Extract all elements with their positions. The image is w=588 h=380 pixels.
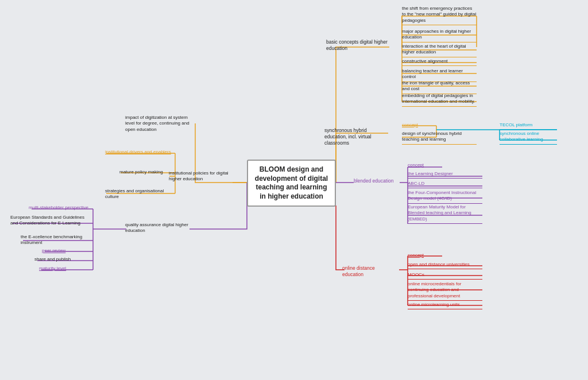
node-learning-designer: the Learning Designer bbox=[408, 171, 482, 179]
node-institutional-drivers: institutional drivers and enablers bbox=[105, 149, 174, 155]
node-sync-concept: concept bbox=[402, 122, 418, 128]
node-synchronous-hybrid: synchronous hybrid education, incl. virt… bbox=[324, 127, 386, 146]
node-excellencebenchmarking: the E-xcellence benchmarking instrument bbox=[21, 234, 95, 246]
node-mature-policy: mature policy making bbox=[119, 169, 177, 175]
node-peer-review: peer review bbox=[42, 248, 88, 254]
mindmap-container: BLOOM design and development of digital … bbox=[0, 0, 588, 380]
node-basic-concepts: basic concepts digital higher education bbox=[326, 39, 389, 52]
node-blended-education: blended education bbox=[354, 178, 400, 184]
node-sync-online-collab: synchronous online collaborative learnin… bbox=[500, 131, 557, 145]
node-microlearning: online microlearning units bbox=[408, 302, 482, 309]
node-european-maturity: European Maturity Model for Blended teac… bbox=[408, 204, 482, 224]
node-embedding-digital: embedding of digital pedagogies in inter… bbox=[402, 93, 477, 107]
node-iron-triangle: the iron triangle of quality, access and… bbox=[402, 80, 477, 94]
node-multi-stakeholder: multi-stakeholder perspective bbox=[29, 205, 98, 211]
node-quality-assurance: quality assurance digital higher educati… bbox=[125, 222, 188, 234]
node-moocs: MOOCs bbox=[408, 272, 482, 280]
node-major-approaches: major approaches in digital higher educa… bbox=[402, 29, 477, 42]
node-institutional-policies: institutional policies for digital highe… bbox=[169, 170, 232, 183]
node-strategies-organisational: strategies and organisational culture bbox=[105, 188, 168, 200]
node-four-component: the Four-Component Instructional Design … bbox=[408, 190, 482, 204]
node-abc-ld: ABC-LD bbox=[408, 181, 482, 188]
node-design-synchronous: design of synchronous hybrid teaching an… bbox=[402, 131, 477, 145]
node-impact-digitization: impact of digitization at system level f… bbox=[125, 115, 193, 133]
node-share-publish: share and publish bbox=[34, 257, 89, 262]
node-blended-concept: concept bbox=[408, 162, 424, 168]
node-online-distance: online distance education bbox=[342, 265, 397, 278]
node-european-standards: European Standards and Guidelines and Co… bbox=[10, 215, 92, 227]
node-microcredentials: online microcredentials for continuing e… bbox=[408, 281, 482, 301]
node-tecol-platform: TECOL platform bbox=[500, 122, 557, 130]
node-distance-concept: concept bbox=[408, 253, 424, 258]
center-node: BLOOM design and development of digital … bbox=[247, 160, 336, 207]
node-shift-emergency: the shift from emergency practices to th… bbox=[402, 6, 477, 25]
node-open-distance-universities: open and distance universities bbox=[408, 262, 482, 269]
node-maturity-level: maturity level bbox=[39, 266, 88, 272]
node-interaction-heart: interaction at the heart of digital high… bbox=[402, 44, 477, 57]
node-constructive-alignment: constructive alignment bbox=[402, 59, 477, 66]
